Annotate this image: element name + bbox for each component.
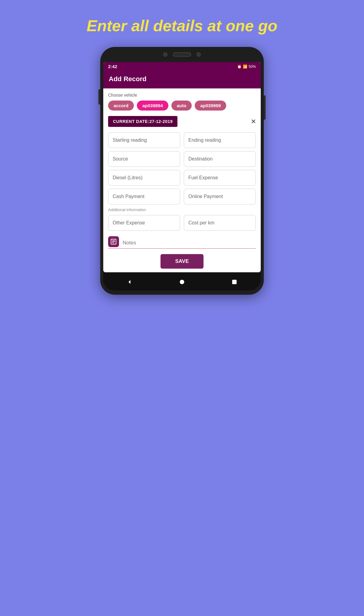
form-grid-additional — [108, 215, 256, 231]
cash-payment-input[interactable] — [108, 189, 180, 204]
pill-accord[interactable]: accord — [108, 101, 134, 111]
save-button[interactable]: SAVE — [160, 254, 203, 269]
other-expense-input[interactable] — [108, 215, 180, 231]
home-nav-icon — [179, 279, 185, 285]
camera-dot-2 — [197, 52, 201, 57]
vehicle-pills: accord ap039894 auto ap039999 — [108, 101, 256, 111]
notes-svg-icon — [110, 238, 117, 245]
signal-icon: 📶 — [243, 65, 247, 69]
fuel-expense-input[interactable] — [184, 170, 256, 186]
phone-screen: 2:42 ⏰ 📶 50% Add Record Choose vehicle a… — [103, 62, 261, 272]
svg-point-5 — [180, 280, 184, 284]
back-nav-button[interactable] — [124, 277, 135, 287]
recent-nav-button[interactable] — [229, 277, 240, 287]
cost-per-km-input[interactable] — [184, 215, 256, 231]
phone-bottom-bar — [103, 273, 261, 290]
speaker-grille — [173, 52, 191, 57]
screen-content: Choose vehicle accord ap039894 auto ap03… — [103, 88, 261, 272]
recent-nav-icon — [231, 279, 238, 285]
online-payment-input[interactable] — [184, 189, 256, 204]
source-input[interactable] — [108, 151, 180, 167]
starting-reading-input[interactable] — [108, 132, 180, 148]
battery-text: 50% — [249, 65, 256, 69]
status-bar: 2:42 ⏰ 📶 50% — [103, 62, 261, 71]
status-time: 2:42 — [108, 64, 117, 69]
form-grid-row1 — [108, 132, 256, 148]
ending-reading-input[interactable] — [184, 132, 256, 148]
choose-vehicle-label: Choose vehicle — [108, 93, 256, 98]
notes-input[interactable] — [123, 239, 256, 247]
page-title-text: Enter all details at one go — [87, 17, 277, 35]
form-grid-row2 — [108, 151, 256, 167]
alarm-icon: ⏰ — [237, 65, 242, 69]
date-row: CURRENT DATE:27-12-2019 × — [108, 116, 256, 127]
back-nav-icon — [126, 279, 133, 285]
diesel-litres-input[interactable] — [108, 170, 180, 186]
bottom-btn-area: SAVE — [108, 250, 256, 272]
notes-icon — [108, 236, 119, 247]
destination-input[interactable] — [184, 151, 256, 167]
form-grid-row4 — [108, 189, 256, 204]
app-bar-title: Add Record — [109, 75, 147, 83]
camera-dot — [163, 52, 167, 57]
phone-shell: 2:42 ⏰ 📶 50% Add Record Choose vehicle a… — [100, 47, 264, 295]
app-bar: Add Record — [103, 71, 261, 88]
pill-ap039894[interactable]: ap039894 — [137, 101, 168, 111]
pill-auto[interactable]: auto — [171, 101, 192, 111]
home-nav-button[interactable] — [177, 277, 187, 287]
side-button-left — [98, 89, 100, 104]
side-button-right — [264, 95, 266, 120]
pill-ap039999[interactable]: ap039999 — [195, 101, 226, 111]
svg-marker-4 — [128, 280, 130, 284]
status-icons: ⏰ 📶 50% — [237, 65, 256, 69]
date-badge: CURRENT DATE:27-12-2019 — [108, 116, 177, 127]
additional-info-label: Additional information — [108, 207, 256, 212]
phone-top-bar — [103, 51, 261, 59]
form-grid-row3 — [108, 170, 256, 186]
svg-rect-6 — [232, 280, 237, 284]
close-button[interactable]: × — [251, 117, 256, 126]
notes-row — [108, 234, 256, 249]
